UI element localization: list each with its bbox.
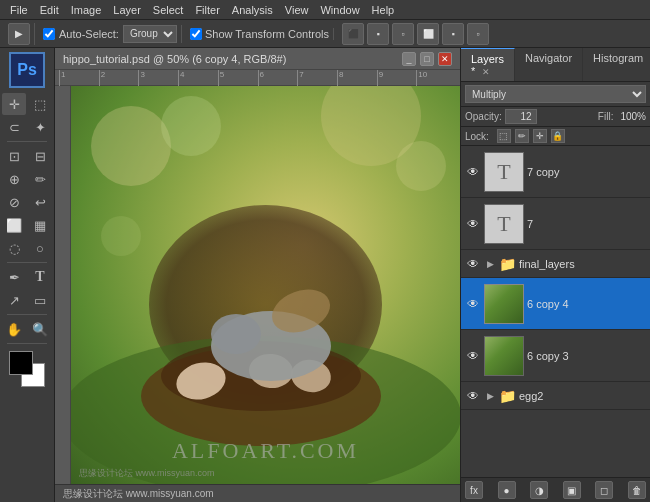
tool-divider-2 [7,262,47,263]
layer-item[interactable]: 👁 T 7 copy [461,146,650,198]
history-tool[interactable]: ↩ [28,191,52,213]
lock-row: Lock: ⬚ ✏ ✛ 🔒 [461,127,650,146]
pen-tool[interactable]: ✒ [2,266,26,288]
main-container: Ps ✛ ⬚ ⊂ ✦ ⊡ ⊟ ⊕ ✏ ⊘ ↩ ⬜ ▦ ◌ ○ [0,48,650,502]
layer-item[interactable]: 👁 6 copy 4 [461,278,650,330]
menu-select[interactable]: Select [147,2,190,18]
new-layer-btn[interactable]: ◻ [595,481,613,499]
status-text: 思缘设计论坛 www.missyuan.com [63,487,214,501]
lock-all-icon[interactable]: 🔒 [551,129,565,143]
menu-filter[interactable]: Filter [189,2,225,18]
menu-bar: File Edit Image Layer Select Filter Anal… [0,0,650,20]
lock-position-icon[interactable]: ✛ [533,129,547,143]
adjustment-layer-btn[interactable]: ◑ [530,481,548,499]
tool-row-9: ↗ ▭ [2,289,52,311]
canvas-minimize-btn[interactable]: _ [402,52,416,66]
layer-item[interactable]: 👁 6 copy 3 [461,330,650,382]
layer-item[interactable]: 👁 T 7 [461,198,650,250]
slice-tool[interactable]: ⊟ [28,145,52,167]
autoselect-select[interactable]: Group Layer [123,25,177,43]
brush-tool[interactable]: ✏ [28,168,52,190]
menu-help[interactable]: Help [366,2,401,18]
shape-tool[interactable]: ▭ [28,289,52,311]
layer-group-item[interactable]: 👁 ▶ 📁 final_layers [461,250,650,278]
fill-value[interactable]: 100% [620,111,646,122]
ruler-tick: 10 [416,70,456,86]
healing-tool[interactable]: ⊕ [2,168,26,190]
close-tab-layers[interactable]: ✕ [482,67,490,77]
move-tool[interactable]: ✛ [2,93,26,115]
path-select-tool[interactable]: ↗ [2,289,26,311]
menu-analysis[interactable]: Analysis [226,2,279,18]
autoselect-checkbox[interactable] [43,28,55,40]
text-tool[interactable]: T [28,266,52,288]
canvas-close-btn[interactable]: ✕ [438,52,452,66]
menu-window[interactable]: Window [314,2,365,18]
tab-histogram[interactable]: Histogram [583,48,650,81]
menu-file[interactable]: File [4,2,34,18]
layer-group-btn[interactable]: ▣ [563,481,581,499]
autoselect-label: Auto-Select: [59,28,119,40]
clone-tool[interactable]: ⊘ [2,191,26,213]
toolbar: ▶ Auto-Select: Group Layer Show Transfor… [0,20,650,48]
layers-list[interactable]: 👁 T 7 copy 👁 T 7 [461,146,650,477]
menu-view[interactable]: View [279,2,315,18]
layer-visibility-toggle[interactable]: 👁 [465,348,481,364]
tab-navigator[interactable]: Navigator [515,48,583,81]
folder-icon: 📁 [499,256,516,272]
menu-edit[interactable]: Edit [34,2,65,18]
layer-visibility-toggle[interactable]: 👁 [465,164,481,180]
align-center-btn[interactable]: ▪ [367,23,389,45]
color-boxes[interactable] [9,351,45,387]
select-tool[interactable]: ⬚ [28,93,52,115]
opacity-row: Opacity: 12 Fill: 100% [461,107,650,127]
ruler-vertical [55,86,71,484]
align-top-btn[interactable]: ⬜ [417,23,439,45]
gradient-tool[interactable]: ▦ [28,214,52,236]
lock-transparent-icon[interactable]: ⬚ [497,129,511,143]
canvas-with-ruler: ALFOART.COM 思缘设计论坛 www.missyuan.com [55,86,460,484]
align-right-btn[interactable]: ▫ [392,23,414,45]
layer-group-item[interactable]: 👁 ▶ 📁 egg2 [461,382,650,410]
opacity-value[interactable]: 12 [505,109,537,124]
layer-style-btn[interactable]: fx [465,481,483,499]
menu-image[interactable]: Image [65,2,108,18]
magic-wand-tool[interactable]: ✦ [28,116,52,138]
align-left-btn[interactable]: ⬛ [342,23,364,45]
layer-info: final_layers [519,258,646,270]
scene-svg [71,86,460,484]
menu-layer[interactable]: Layer [107,2,147,18]
eraser-tool[interactable]: ⬜ [2,214,26,236]
blur-tool[interactable]: ◌ [2,237,26,259]
blend-mode-select[interactable]: Multiply Normal Overlay [465,85,646,103]
tool-row-5: ⊘ ↩ [2,191,52,213]
canvas-maximize-btn[interactable]: □ [420,52,434,66]
tool-row-6: ⬜ ▦ [2,214,52,236]
layer-visibility-toggle[interactable]: 👁 [465,216,481,232]
lasso-tool[interactable]: ⊂ [2,116,26,138]
layer-expand-icon[interactable]: ▶ [484,258,496,270]
svg-point-3 [396,141,446,191]
layer-mask-btn[interactable]: ● [498,481,516,499]
align-middle-btn[interactable]: ▪ [442,23,464,45]
canvas-viewport[interactable]: ALFOART.COM 思缘设计论坛 www.missyuan.com [71,86,460,484]
layer-expand-icon[interactable]: ▶ [484,390,496,402]
layer-name: 6 copy 3 [527,350,646,362]
lock-image-icon[interactable]: ✏ [515,129,529,143]
layer-visibility-toggle[interactable]: 👁 [465,296,481,312]
hand-tool[interactable]: ✋ [2,318,26,340]
zoom-tool[interactable]: 🔍 [28,318,52,340]
move-tool-btn[interactable]: ▶ [8,23,30,45]
tool-divider-3 [7,314,47,315]
layers-panel: Multiply Normal Overlay Opacity: 12 Fill… [461,82,650,502]
tab-layers[interactable]: Layers * ✕ [461,48,515,81]
delete-layer-btn[interactable]: 🗑 [628,481,646,499]
foreground-color[interactable] [9,351,33,375]
layer-info: egg2 [519,390,646,402]
dodge-tool[interactable]: ○ [28,237,52,259]
layer-visibility-toggle[interactable]: 👁 [465,256,481,272]
align-bottom-btn[interactable]: ▫ [467,23,489,45]
show-transform-checkbox[interactable] [190,28,202,40]
crop-tool[interactable]: ⊡ [2,145,26,167]
layer-visibility-toggle[interactable]: 👁 [465,388,481,404]
